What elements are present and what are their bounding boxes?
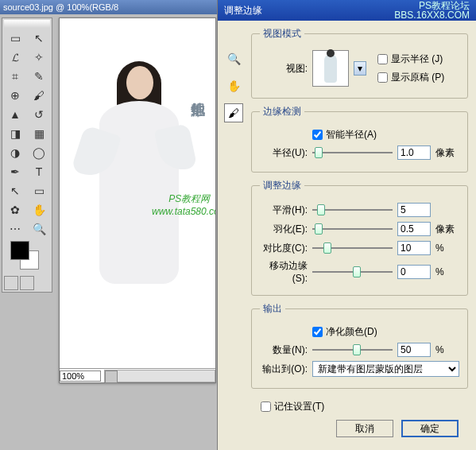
blur-tool[interactable]: ◑: [4, 144, 26, 161]
contrast-unit: %: [435, 242, 459, 254]
brush-tool[interactable]: 🖌: [28, 87, 50, 104]
canvas-area[interactable]: 他她帮你织 PS教程网 www.tata580.com: [60, 18, 215, 368]
feather-slider[interactable]: [312, 221, 393, 237]
remember-checkbox[interactable]: [261, 402, 271, 412]
shift-edge-label: 移动边缘(S):: [260, 259, 308, 284]
amount-input[interactable]: [397, 343, 431, 357]
move-tool[interactable]: ↖: [28, 29, 50, 47]
smooth-input[interactable]: [397, 203, 431, 217]
crop-tool[interactable]: ⌗: [4, 68, 26, 85]
radius-label: 半径(U):: [260, 146, 308, 160]
amount-label: 数量(N):: [260, 343, 308, 357]
view-mode-group: 视图模式 视图: ▾ 显示半径 (J) 显示原稿 (P): [251, 27, 468, 99]
contrast-slider[interactable]: [312, 240, 393, 256]
shift-edge-input[interactable]: [397, 265, 431, 279]
ok-button[interactable]: 确定: [401, 420, 459, 437]
amount-slider[interactable]: [312, 342, 393, 358]
show-original-label: 显示原稿 (P): [391, 71, 444, 84]
document-window: 他她帮你织 PS教程网 www.tata580.com: [59, 17, 216, 383]
zoom-mode-icon[interactable]: 🔍: [224, 49, 243, 68]
show-radius-label: 显示半径 (J): [391, 52, 443, 66]
view-thumbnail[interactable]: [312, 50, 349, 87]
output-to-label: 输出到(O):: [260, 363, 308, 376]
output-to-select[interactable]: 新建带有图层蒙版的图层: [312, 361, 459, 377]
refine-edge-dialog: 调整边缘 PS教程论坛 BBS.16XX8.COM 🔍 ✋ 🖌 视图模式 视图:…: [217, 0, 476, 450]
marquee-tool[interactable]: ▭: [4, 29, 26, 47]
brush-mode-icon[interactable]: 🖌: [224, 103, 243, 122]
contrast-label: 对比度(C):: [260, 242, 308, 255]
watermark-url: PS教程网 www.tata580.com: [152, 193, 215, 218]
output-group: 输出 净化颜色(D) 数量(N): % 输出到(O): 新建带有图层蒙版的图层: [251, 302, 468, 389]
output-legend: 输出: [260, 302, 285, 316]
edge-detection-group: 边缘检测 智能半径(A) 半径(U): 像素: [251, 105, 468, 173]
contrast-input[interactable]: [397, 241, 431, 255]
eyedropper-tool[interactable]: ✎: [28, 68, 50, 85]
shift-edge-slider[interactable]: [312, 264, 393, 280]
zoom-input[interactable]: [60, 370, 101, 382]
zoom-tool[interactable]: 🔍: [28, 220, 50, 238]
credit-text: PS教程论坛 BBS.16XX8.COM: [394, 1, 470, 20]
cancel-button[interactable]: 取消: [336, 420, 393, 437]
decontaminate-label: 净化颜色(D): [326, 325, 377, 339]
screenmode-btn[interactable]: [4, 276, 18, 290]
fg-swatch[interactable]: [10, 241, 29, 260]
eraser-tool[interactable]: ◨: [4, 125, 26, 142]
adjust-edge-group: 调整边缘 平滑(H): 羽化(E): 像素 对比度(C): % 移动边缘(S):: [251, 179, 468, 296]
feather-input[interactable]: [397, 222, 431, 236]
adjust-edge-legend: 调整边缘: [260, 179, 304, 192]
document-title: source03.jpg @ 100%(RGB/8: [3, 2, 118, 12]
decontaminate-checkbox[interactable]: [312, 327, 323, 337]
stamp-tool[interactable]: ▲: [4, 106, 26, 123]
view-mode-legend: 视图模式: [260, 27, 304, 41]
radius-unit: 像素: [435, 146, 459, 160]
smooth-slider[interactable]: [312, 202, 393, 218]
feather-unit: 像素: [435, 223, 459, 236]
pen-tool[interactable]: ✒: [4, 163, 26, 180]
quickmask-row: [4, 276, 50, 290]
smart-radius-checkbox[interactable]: [312, 130, 323, 140]
heal-tool[interactable]: ⊕: [4, 87, 26, 104]
show-radius-checkbox[interactable]: [377, 54, 388, 64]
dodge-tool[interactable]: ◯: [28, 144, 50, 161]
amount-unit: %: [435, 344, 459, 355]
shift-edge-unit: %: [435, 266, 459, 277]
path-select-tool[interactable]: ↖: [4, 182, 26, 200]
shape-tool[interactable]: ▭: [28, 182, 50, 200]
h-scrollbar[interactable]: [104, 370, 215, 382]
quickmask-btn[interactable]: [20, 276, 34, 290]
gradient-tool[interactable]: ▦: [28, 125, 50, 142]
show-original-checkbox[interactable]: [377, 72, 388, 83]
tool-panel-grip[interactable]: [4, 20, 50, 28]
dialog-titlebar[interactable]: 调整边缘 PS教程论坛 BBS.16XX8.COM: [218, 0, 476, 21]
hand-tool[interactable]: ✋: [28, 201, 50, 219]
mode-tool-column: 🔍 ✋ 🖌: [223, 49, 245, 122]
radius-input[interactable]: [397, 145, 431, 160]
view-label: 视图:: [260, 62, 308, 76]
color-swatches[interactable]: [10, 241, 41, 271]
workspace: ▭ ↖ 𝓛 ✧ ⌗ ✎ ⊕ 🖌 ▲ ↺ ◨ ▦ ◑ ◯ ✒ T ↖ ▭ ✿ ✋ …: [0, 14, 217, 450]
feather-label: 羽化(E):: [260, 223, 308, 236]
hand-mode-icon[interactable]: ✋: [224, 76, 243, 95]
document-status-bar: [60, 368, 215, 382]
remember-label: 记住设置(T): [274, 400, 324, 413]
lasso-tool[interactable]: 𝓛: [4, 48, 26, 66]
radius-slider[interactable]: [312, 145, 393, 161]
smart-radius-label: 智能半径(A): [326, 128, 377, 142]
image-figure: [83, 53, 195, 300]
dialog-title: 调整边缘: [224, 4, 262, 17]
smooth-label: 平滑(H):: [260, 204, 308, 217]
wand-tool[interactable]: ✧: [28, 48, 50, 66]
more-tool-1[interactable]: ⋯: [4, 220, 26, 238]
tool-panel: ▭ ↖ 𝓛 ✧ ⌗ ✎ ⊕ 🖌 ▲ ↺ ◨ ▦ ◑ ◯ ✒ T ↖ ▭ ✿ ✋ …: [2, 17, 52, 293]
type-tool[interactable]: T: [28, 163, 50, 180]
chevron-down-icon[interactable]: ▾: [354, 61, 366, 76]
history-brush-tool[interactable]: ↺: [28, 106, 50, 123]
edge-detection-legend: 边缘检测: [260, 105, 304, 118]
3d-tool[interactable]: ✿: [4, 201, 26, 219]
